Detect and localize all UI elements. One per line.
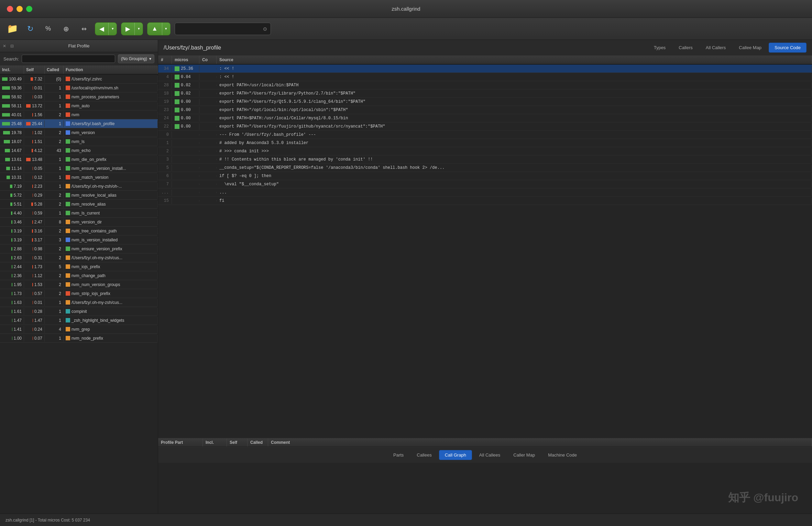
table-row[interactable]: 25.48 25.44 1 /Users/fzy/.bash_profile [0,119,158,128]
co-cell [199,200,217,201]
incl-bar [12,265,12,269]
back-dropdown[interactable]: ▾ [108,23,117,35]
table-row[interactable]: 3.19 3.16 2 nvm_tree_contains_path [0,227,158,235]
table-row[interactable]: 58.11 13.72 1 nvm_auto [0,101,158,110]
bottom-tab-all-callees[interactable]: All Callees [473,450,506,460]
table-row[interactable]: 5.51 5.28 2 nvm_resolve_alias [0,200,158,209]
fn-cell: nvm_resolve_alias [64,201,158,208]
search-dropdown-icon[interactable]: ⊙ [263,26,267,32]
self-bar [33,337,33,340]
tab-callee-map[interactable]: Callee Map [733,43,767,53]
source-row[interactable]: 7 \eval "$__conda_setup" [158,180,812,188]
search-field[interactable]: micros ⊙ [175,23,271,35]
source-row[interactable]: 22 0.00 export PATH="/Users/fzy/fuujiro/… [158,122,812,131]
fn-dot-icon [66,103,70,108]
micros-cell [172,175,199,177]
table-row[interactable]: 1.95 1.53 2 nvm_num_version_groups [0,280,158,289]
source-row[interactable]: 28 0.02 export PATH=/usr/local/bin:$PATH [158,81,812,89]
tab-types[interactable]: Types [648,43,672,53]
self-cell: 4.12 [24,147,45,154]
compare-button[interactable]: ⇔ [77,22,91,36]
source-row[interactable]: 19 0.00 export PATH="/Users/fzy/Qt5.9.1/… [158,98,812,106]
source-row[interactable]: 24 0.00 export PATH=$PATH:/usr/local/Cel… [158,114,812,122]
table-row[interactable]: 2.44 1.73 5 nvm_iojs_prefix [0,262,158,271]
forward-main[interactable]: ▶ [121,23,134,35]
table-row[interactable]: 4.40 0.59 1 nvm_ls_current [0,209,158,218]
flat-search-input[interactable] [22,55,115,63]
bottom-tab-caller-map[interactable]: Caller Map [507,450,541,460]
source-row[interactable]: 4 0.04 : << ! [158,73,812,81]
src-col-line: # [158,56,172,64]
table-row[interactable]: 2.63 0.31 2 /Users/fzy/.oh-my-zsh/cus... [0,253,158,262]
minimize-button[interactable] [17,6,23,12]
move-button[interactable]: ⊕ [59,22,73,36]
table-row[interactable]: 3.19 3.17 3 nvm_is_version_installed [0,235,158,244]
window-title: zsh.callgrind [392,6,420,12]
table-row[interactable]: 19.78 1.02 2 nvm_version [0,128,158,137]
table-row[interactable]: 1.61 0.28 1 compinit [0,307,158,316]
bottom-tab-call-graph[interactable]: Call Graph [439,450,472,460]
table-row[interactable]: 10.31 0.12 1 nvm_match_version [0,173,158,182]
fn-cell: compinit [64,308,158,315]
table-row[interactable]: 100.49 7.32 (0) /Users/fzy/.zshrc [0,75,158,84]
source-row[interactable]: 18 0.02 export PATH="/Users/fzy/Library/… [158,89,812,98]
table-row[interactable]: 11.14 0.05 1 nvm_ensure_version_install.… [0,164,158,173]
bottom-tab-callees[interactable]: Callees [411,450,437,460]
source-row[interactable]: ... ... [158,188,812,197]
refresh-button[interactable]: ↻ [23,22,37,36]
source-row[interactable]: 2 # >>> conda init >>> [158,147,812,155]
table-row[interactable]: 2.36 1.12 2 nvm_change_path [0,271,158,280]
incl-value: 59.36 [11,86,22,90]
panel-close-btn[interactable]: ✕ [3,44,6,48]
table-row[interactable]: 58.92 0.03 1 nvm_process_parameters [0,92,158,101]
tab-all-callers[interactable]: All Callers [700,43,732,53]
folder-button[interactable]: 📁 [6,22,19,36]
flat-table[interactable]: Incl. Self Called Function 100.49 7.32 (… [0,66,158,514]
micros-value: 0.00 [181,99,191,104]
table-row[interactable]: 1.73 0.57 2 nvm_strip_iojs_prefix [0,289,158,298]
window-controls[interactable] [7,6,32,12]
back-main[interactable]: ◀ [95,23,108,35]
table-row[interactable]: 3.46 2.47 8 nvm_version_dir [0,218,158,227]
up-nav-button[interactable]: ▲ ▾ [147,22,171,35]
source-row[interactable]: 6 if [ $? -eq 0 ]; then [158,172,812,180]
source-row[interactable]: 1 # added by Anaconda3 5.3.0 installer [158,139,812,147]
grouping-select[interactable]: (No Grouping) ▾ [118,54,154,63]
table-row[interactable]: 1.00 0.07 1 nvm_node_prefix [0,334,158,343]
search-input[interactable]: micros [178,26,263,32]
up-main[interactable]: ▲ [147,23,162,35]
table-row[interactable]: 1.63 0.01 1 /Users/fzy/.oh-my-zsh/cus... [0,298,158,307]
up-dropdown[interactable]: ▾ [162,23,170,35]
table-row[interactable]: 7.19 2.23 1 /Users/fzy/.oh-my-zsh/oh-... [0,182,158,191]
forward-dropdown[interactable]: ▾ [134,23,143,35]
table-row[interactable]: 40.01 1.56 2 nvm [0,110,158,119]
source-row[interactable]: 0 --- From '/Users/fzy/.bash_profile' --… [158,131,812,139]
self-value: 0.98 [34,246,42,251]
source-row[interactable]: 3 # !! Contents within this block are ma… [158,155,812,164]
source-table-wrapper[interactable]: # micros Co Source 34 25.36 : << ! 4 0.0… [158,56,812,438]
source-row[interactable]: 23 0.00 export PATH="/opt/local/bin:/opt… [158,106,812,114]
bottom-tab-machine-code[interactable]: Machine Code [542,450,583,460]
called-cell: 1 [45,165,64,172]
source-row[interactable]: 5 __conda_setup="$(CONDA_REPORT_ERRORS=f… [158,164,812,172]
table-row[interactable]: 1.47 1.47 1 _zsh_highlight_bind_widgets [0,316,158,325]
tab-callers[interactable]: Callers [673,43,698,53]
percent-button[interactable]: % [41,22,55,36]
self-value: 0.57 [34,291,42,296]
close-button[interactable] [7,6,13,12]
table-row[interactable]: 13.61 13.48 1 nvm_die_on_prefix [0,155,158,164]
panel-detach-btn[interactable]: ⊟ [10,44,14,48]
table-row[interactable]: 2.88 0.98 2 nvm_ensure_version_prefix [0,244,158,253]
table-row[interactable]: 59.36 0.01 1 /usr/local/opt/nvm/nvm.sh [0,84,158,92]
table-row[interactable]: 1.41 0.24 4 nvm_grep [0,325,158,334]
source-row[interactable]: 34 25.36 : << ! [158,65,812,73]
source-row[interactable]: 15 fi [158,197,812,205]
table-row[interactable]: 5.72 0.29 2 nvm_resolve_local_alias [0,191,158,200]
back-nav-button[interactable]: ◀ ▾ [95,22,117,35]
forward-nav-button[interactable]: ▶ ▾ [121,22,143,35]
bottom-tab-parts[interactable]: Parts [387,450,409,460]
tab-source-code[interactable]: Source Code [769,43,806,53]
table-row[interactable]: 14.67 4.12 43 nvm_echo [0,146,158,155]
table-row[interactable]: 18.07 1.51 2 nvm_ls [0,137,158,146]
maximize-button[interactable] [26,6,32,12]
